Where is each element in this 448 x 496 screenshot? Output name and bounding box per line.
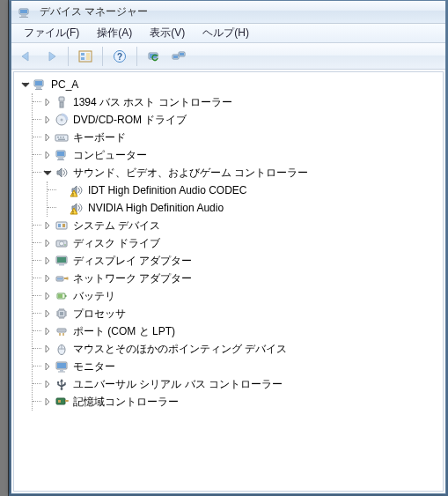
tree-node[interactable]: !NVIDIA High Definition Audio [49, 199, 441, 217]
tree-node[interactable]: プロセッサ [34, 305, 441, 322]
svg-point-64 [67, 400, 69, 402]
expand-icon[interactable] [41, 343, 54, 355]
expand-icon[interactable] [41, 96, 54, 108]
computer-icon [55, 148, 69, 162]
ieee1394-icon [55, 95, 69, 109]
tree-node[interactable]: ディスク ドライブ [34, 234, 441, 252]
expand-icon [56, 184, 69, 196]
sound-icon [55, 166, 69, 180]
expand-icon[interactable] [41, 219, 54, 232]
mouse-icon [55, 342, 69, 356]
keyboard-icon [55, 130, 69, 144]
back-button[interactable] [15, 46, 38, 67]
svg-text:?: ? [117, 52, 122, 62]
tree-node-label: 記憶域コントローラー [71, 395, 179, 410]
tree-node[interactable]: マウスとそのほかのポインティング デバイス [34, 340, 441, 358]
menu-file[interactable]: ファイル(F) [17, 24, 86, 42]
expand-icon[interactable] [41, 272, 54, 285]
tree-node[interactable]: ディスプレイ アダプター [34, 252, 441, 270]
device-tree-panel[interactable]: PC_A1394 バス ホスト コントローラーDVD/CD-ROM ドライブキー… [13, 71, 444, 492]
svg-rect-6 [81, 57, 84, 60]
collapse-icon[interactable] [41, 167, 54, 179]
tree-node[interactable]: バッテリ [34, 287, 441, 305]
expand-icon[interactable] [41, 255, 54, 267]
computer-icon [33, 78, 47, 92]
help-button[interactable]: ? [108, 46, 131, 67]
svg-rect-13 [173, 56, 178, 58]
network-adapter-icon [55, 271, 69, 285]
expand-icon[interactable] [41, 307, 54, 320]
tree-node-label: マウスとそのほかのポインティング デバイス [71, 342, 287, 357]
expand-icon[interactable] [41, 149, 54, 161]
scan-hardware-button[interactable] [143, 46, 165, 67]
tree-node[interactable]: モニター [34, 358, 441, 375]
svg-rect-3 [19, 17, 28, 18]
battery-icon [55, 289, 69, 303]
tree-node-label: バッテリ [71, 289, 115, 304]
tree-node-label: サウンド、ビデオ、およびゲーム コントローラー [71, 166, 308, 181]
svg-rect-26 [60, 137, 62, 138]
tree-node[interactable]: PC_A [19, 76, 441, 93]
optical-drive-icon [55, 113, 69, 127]
system-device-icon [55, 218, 69, 233]
uninstall-device-button[interactable] [167, 46, 190, 67]
svg-rect-46 [67, 278, 69, 280]
tree-node[interactable]: ネットワーク アダプター [34, 270, 441, 287]
svg-rect-43 [59, 264, 64, 266]
usb-icon [55, 377, 69, 391]
expand-icon[interactable] [41, 325, 54, 337]
svg-point-39 [60, 241, 64, 246]
toolbar-separator [136, 47, 137, 66]
svg-rect-30 [57, 152, 64, 156]
svg-rect-25 [57, 137, 59, 138]
tree-node[interactable]: サウンド、ビデオ、およびゲーム コントローラー [34, 164, 441, 181]
device-manager-window: デバイス マネージャー ファイル(F) 操作(A) 表示(V) ヘルプ(H) [11, 0, 446, 494]
tree-node[interactable]: !IDT High Definition Audio CODEC [49, 181, 441, 199]
svg-point-23 [61, 119, 63, 122]
svg-point-56 [63, 329, 64, 330]
expand-icon[interactable] [41, 360, 54, 373]
svg-rect-45 [57, 278, 62, 280]
tree-children: !IDT High Definition Audio CODEC!NVIDIA … [47, 181, 441, 217]
menu-action[interactable]: 操作(A) [90, 24, 139, 42]
tree-node[interactable]: ポート (COM と LPT) [34, 322, 441, 340]
tree-node[interactable]: ユニバーサル シリアル バス コントローラー [34, 375, 441, 393]
tree-node[interactable]: キーボード [34, 129, 441, 146]
help-icon: ? [113, 49, 127, 63]
tree-node[interactable]: 1394 バス ホスト コントローラー [34, 93, 441, 111]
svg-rect-49 [58, 294, 62, 298]
disk-drive-icon [55, 236, 69, 250]
app-icon [18, 5, 32, 19]
tree-node[interactable]: システム デバイス [34, 217, 441, 234]
window-title: デバイス マネージャー [40, 4, 148, 19]
forward-button[interactable] [40, 46, 62, 67]
svg-rect-36 [58, 224, 61, 227]
svg-rect-1 [20, 10, 27, 13]
menu-help[interactable]: ヘルプ(H) [195, 24, 256, 42]
forward-icon [44, 50, 58, 63]
svg-rect-61 [58, 372, 65, 373]
show-console-tree-button[interactable] [74, 46, 97, 67]
expand-icon[interactable] [41, 114, 54, 126]
sound-icon: ! [70, 201, 84, 215]
collapse-icon[interactable] [19, 78, 32, 91]
tree-node-label: DVD/CD-ROM ドライブ [71, 113, 187, 128]
svg-rect-35 [56, 222, 67, 229]
menu-view[interactable]: 表示(V) [143, 24, 192, 42]
svg-point-53 [58, 329, 59, 330]
tree-node[interactable]: コンピューター [34, 146, 441, 164]
svg-rect-5 [81, 53, 84, 56]
svg-rect-63 [58, 400, 61, 403]
tree-node-label: システム デバイス [71, 218, 160, 233]
expand-icon[interactable] [41, 237, 54, 249]
svg-point-54 [60, 329, 61, 330]
port-icon [55, 324, 69, 338]
expand-icon[interactable] [41, 378, 54, 390]
tree-node-label: NVIDIA High Definition Audio [86, 202, 224, 214]
tree-node[interactable]: 記憶域コントローラー [34, 393, 441, 411]
expand-icon[interactable] [41, 396, 54, 408]
expand-icon[interactable] [41, 131, 54, 144]
expand-icon[interactable] [41, 290, 54, 302]
toolbar-separator [68, 47, 69, 66]
tree-node[interactable]: DVD/CD-ROM ドライブ [34, 111, 441, 129]
